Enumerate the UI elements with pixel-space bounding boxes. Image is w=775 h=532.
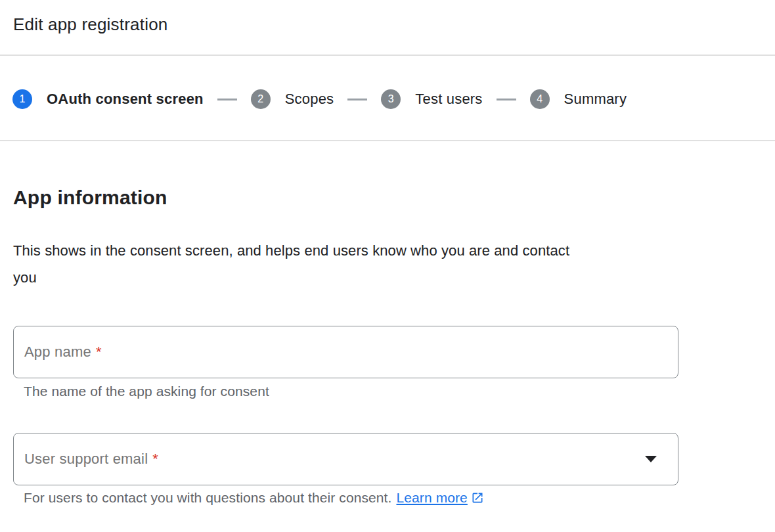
step-2-circle: 2 (251, 89, 271, 109)
app-name-helper-text: The name of the app asking for consent (24, 384, 269, 399)
step-summary[interactable]: 4 Summary (530, 89, 627, 109)
step-4-label: Summary (564, 91, 627, 108)
step-1-circle: 1 (12, 89, 32, 109)
section-description: This shows in the consent screen, and he… (13, 237, 569, 291)
section-heading: App information (13, 187, 167, 209)
step-test-users[interactable]: 3 Test users (381, 89, 482, 109)
wizard-stepper: 1 OAuth consent screen 2 Scopes 3 Test u… (12, 89, 627, 110)
step-3-label: Test users (415, 91, 482, 108)
step-3-circle: 3 (381, 89, 401, 109)
dropdown-arrow-icon[interactable] (645, 456, 657, 462)
required-asterisk: * (152, 451, 158, 468)
user-support-email-label: User support email (24, 451, 148, 468)
user-support-email-helper-text: For users to contact you with questions … (24, 490, 391, 506)
step-connector (347, 99, 367, 100)
step-1-label: OAuth consent screen (47, 91, 204, 108)
step-connector (217, 99, 237, 100)
stepper-bottom-divider (0, 140, 775, 141)
user-support-email-helper: For users to contact you with questions … (24, 490, 484, 506)
app-name-input[interactable]: App name * (13, 326, 678, 378)
step-2-label: Scopes (285, 91, 334, 108)
top-divider (0, 55, 775, 56)
page-title: Edit app registration (13, 14, 167, 35)
learn-more-link[interactable]: Learn more (396, 490, 467, 506)
external-link-icon (471, 491, 484, 504)
step-oauth-consent-screen[interactable]: 1 OAuth consent screen (12, 89, 204, 109)
step-connector (497, 99, 516, 100)
required-asterisk: * (96, 344, 102, 361)
app-name-label: App name (24, 344, 91, 361)
step-4-circle: 4 (530, 89, 550, 109)
step-scopes[interactable]: 2 Scopes (251, 89, 334, 109)
user-support-email-select[interactable]: User support email * (13, 433, 678, 485)
section-description-line: you (13, 264, 569, 291)
edit-app-registration-page: Edit app registration 1 OAuth consent sc… (0, 0, 775, 532)
section-description-line: This shows in the consent screen, and he… (13, 237, 569, 264)
